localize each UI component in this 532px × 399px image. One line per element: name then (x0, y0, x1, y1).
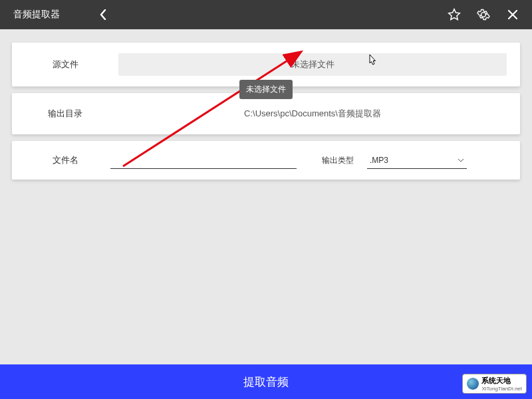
output-dir-picker[interactable]: C:\Users\pc\Documents\音频提取器 (118, 104, 507, 124)
watermark-subtitle: XiTongTianDi.net (481, 386, 522, 392)
filename-label: 文件名 (25, 154, 105, 166)
close-icon (507, 9, 518, 20)
extract-audio-label: 提取音频 (243, 374, 289, 390)
output-dir-card: 输出目录 C:\Users\pc\Documents\音频提取器 (12, 93, 520, 134)
watermark-title: 系统天地 (481, 376, 522, 386)
source-file-picker[interactable]: 未选择文件 (118, 53, 507, 76)
caret-down-icon (458, 158, 464, 162)
settings-button[interactable] (473, 5, 493, 25)
output-type-selected: .MP3 (370, 156, 388, 165)
gear-icon (477, 8, 490, 21)
source-file-placeholder: 未选择文件 (291, 59, 334, 70)
titlebar: 音频提取器 (0, 0, 532, 29)
app-title: 音频提取器 (7, 9, 66, 21)
filename-card: 文件名 输出类型 .MP3 (12, 141, 520, 180)
watermark: 系统天地 XiTongTianDi.net (462, 374, 527, 394)
back-button[interactable] (94, 5, 112, 24)
output-dir-label: 输出目录 (25, 108, 105, 120)
extract-audio-button[interactable]: 提取音频 (0, 364, 532, 399)
chevron-left-icon (100, 9, 106, 20)
source-file-tooltip: 未选择文件 (239, 80, 293, 99)
star-icon (448, 8, 461, 21)
content-area: 源文件 未选择文件 输出目录 C:\Users\pc\Documents\音频提… (0, 29, 532, 186)
output-type-label: 输出类型 (322, 155, 354, 166)
source-file-label: 源文件 (25, 59, 105, 70)
output-dir-path: C:\Users\pc\Documents\音频提取器 (244, 108, 381, 120)
filename-input[interactable] (110, 152, 297, 169)
output-type-select[interactable]: .MP3 (367, 152, 467, 169)
close-button[interactable] (503, 5, 523, 25)
favorite-button[interactable] (444, 5, 464, 25)
watermark-globe-icon (467, 378, 479, 390)
